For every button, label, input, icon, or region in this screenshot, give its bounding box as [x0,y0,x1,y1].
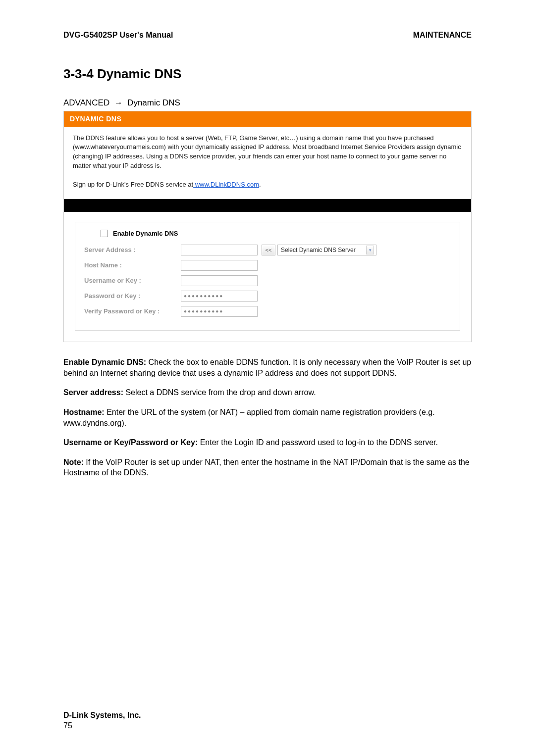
host-name-row: Host Name : [84,260,451,271]
server-address-label: Server Address : [84,246,181,254]
panel-form-inner: Enable Dynamic DNS Server Address : << S… [75,222,460,331]
para-hostname-strong: Hostname: [63,408,105,416]
verify-password-label: Verify Password or Key : [84,307,181,316]
verify-password-input[interactable]: ●●●●●●●●●● [181,306,258,317]
panel-divider-bar [64,199,471,212]
para-hostname: Hostname: Enter the URL of the system (o… [63,407,472,428]
enable-row: Enable Dynamic DNS [84,229,451,238]
footer-page-number: 75 [63,720,141,731]
para-credentials-text: Enter the Login ID and password used to … [198,438,438,447]
para-enable: Enable Dynamic DNS: Check the box to ena… [63,357,472,378]
footer-company: D-Link Systems, Inc. [63,710,141,721]
config-panel: DYNAMIC DNS The DDNS feature allows you … [63,111,472,343]
page-footer: D-Link Systems, Inc. 75 [63,710,141,731]
enable-ddns-checkbox[interactable] [101,230,108,237]
username-row: Username or Key : [84,275,451,286]
enable-ddns-label: Enable Dynamic DNS [113,229,178,238]
signup-prefix: Sign up for D-Link's Free DDNS service a… [73,181,193,188]
section-heading: 3-3-4 Dynamic DNS [63,65,472,83]
server-address-row: Server Address : << Select Dynamic DNS S… [84,245,451,255]
header-left: DVG-G5402SP User's Manual [63,30,173,41]
breadcrumb-right: Dynamic DNS [127,98,180,107]
server-address-input[interactable] [181,245,258,255]
ddns-server-select[interactable]: Select Dynamic DNS Server ▾ [277,245,376,255]
para-credentials: Username or Key/Password or Key: Enter t… [63,437,472,448]
copy-left-button[interactable]: << [262,245,275,255]
page-header: DVG-G5402SP User's Manual MAINTENANCE [63,30,472,41]
username-label: Username or Key : [84,276,181,285]
para-server-text: Select a DDNS service from the drop and … [123,388,316,397]
para-hostname-text: Enter the URL of the system (or NAT) – a… [63,408,435,427]
para-note-text: If the VoIP Router is set up under NAT, … [63,458,470,477]
verify-password-row: Verify Password or Key : ●●●●●●●●●● [84,306,451,317]
breadcrumb-left: ADVANCED [63,98,109,107]
panel-title: DYNAMIC DNS [64,111,471,127]
para-credentials-strong: Username or Key/Password or Key: [63,438,198,447]
username-input[interactable] [181,275,258,286]
para-server: Server address: Select a DDNS service fr… [63,387,472,398]
password-input[interactable]: ●●●●●●●●●● [181,291,258,302]
para-note-strong: Note: [63,458,84,466]
para-note: Note: If the VoIP Router is set up under… [63,457,472,478]
header-right: MAINTENANCE [413,30,472,41]
breadcrumb: ADVANCED → Dynamic DNS [63,98,472,109]
host-name-label: Host Name : [84,261,181,270]
host-name-input[interactable] [181,260,258,271]
password-label: Password or Key : [84,292,181,301]
panel-description: The DDNS feature allows you to host a se… [64,127,471,199]
chevron-down-icon: ▾ [366,246,374,254]
para-enable-strong: Enable Dynamic DNS: [63,358,146,366]
para-server-strong: Server address: [63,388,123,397]
password-row: Password or Key : ●●●●●●●●●● [84,291,451,302]
panel-form-area: Enable Dynamic DNS Server Address : << S… [64,212,471,342]
signup-suffix: . [259,181,261,188]
arrow-icon: → [114,98,123,107]
ddns-signup-link[interactable]: www.DLinkDDNS.com [193,181,259,188]
panel-desc-text: The DDNS feature allows you to host a se… [73,134,461,170]
select-placeholder: Select Dynamic DNS Server [281,246,356,254]
